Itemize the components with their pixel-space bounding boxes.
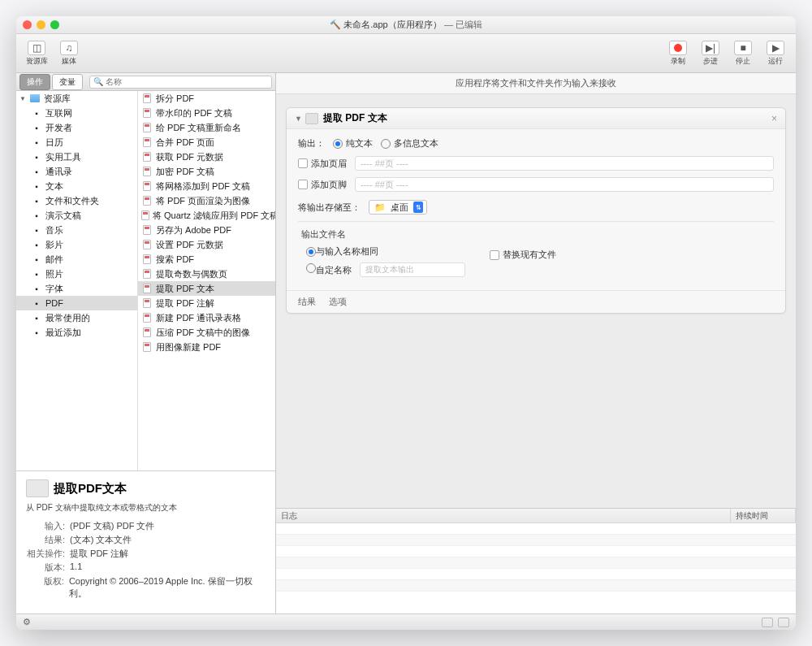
library-root[interactable]: ▼资源库 [16,91,137,106]
radio-same-as-input[interactable]: 与输入名称相同 [306,245,378,258]
action-item[interactable]: 将 PDF 页面渲染为图像 [138,193,275,208]
chevron-down-icon: ▼ [19,95,26,102]
step-button[interactable]: ▶|步进 [697,40,724,67]
action-item[interactable]: 带水印的 PDF 文稿 [138,106,275,120]
library-item[interactable]: ▪开发者 [16,120,137,135]
category-icon: ▪ [31,268,42,280]
library-item[interactable]: ▪PDF [16,296,137,310]
library-button[interactable]: ◫资源库 [23,40,50,67]
gear-icon[interactable]: ⚙ [23,617,31,627]
radio-icon [306,263,316,273]
library-item[interactable]: ▪文件和文件夹 [16,193,137,208]
action-item[interactable]: 设置 PDF 元数据 [138,237,275,252]
library-item[interactable]: ▪互联网 [16,106,137,120]
log-column-message[interactable]: 日志 [276,509,731,522]
library-list[interactable]: ▼资源库▪互联网▪开发者▪日历▪实用工具▪通讯录▪文本▪文件和文件夹▪演示文稿▪… [16,91,138,470]
step-button-icon: ▶| [702,41,719,55]
checkbox-replace-existing[interactable]: 替换现有文件 [490,249,556,261]
actions-list[interactable]: 拆分 PDF带水印的 PDF 文稿给 PDF 文稿重新命名合并 PDF 页面获取… [138,91,275,470]
disclosure-icon[interactable]: ▼ [295,115,302,123]
category-icon: ▪ [31,122,42,133]
category-icon: ▪ [31,254,42,265]
save-location-select[interactable]: 📁 桌面 ⇅ [369,200,427,215]
search-icon: 🔍 [93,77,103,86]
category-icon: ▪ [31,166,42,177]
titlebar: 🔨 未命名.app（应用程序） — 已编辑 [16,16,796,34]
radio-icon [333,139,343,149]
chevron-updown-icon: ⇅ [413,202,423,213]
action-item[interactable]: 将 Quartz 滤镜应用到 PDF 文稿 [138,208,275,223]
pdf-icon [141,297,153,309]
footer-text-input[interactable]: ---- ##页 ---- [355,177,774,192]
log-column-duration[interactable]: 持续时间 [731,509,796,522]
category-icon: ▪ [31,239,42,250]
action-item[interactable]: 拆分 PDF [138,91,275,106]
library-item[interactable]: ▪演示文稿 [16,208,137,223]
library-item[interactable]: ▪通讯录 [16,164,137,179]
view-mode-list-icon[interactable] [762,618,773,627]
pdf-icon [141,122,153,133]
action-item[interactable]: 提取 PDF 注解 [138,296,275,310]
library-item[interactable]: ▪音乐 [16,223,137,237]
checkbox-add-footer[interactable]: 添加页脚 [298,179,347,191]
tab-actions[interactable]: 操作 [19,74,50,90]
workflow-input-hint: 应用程序将文件和文件夹作为输入来接收 [276,73,796,94]
category-icon: ▪ [31,137,42,148]
remove-action-button[interactable]: × [771,113,777,124]
library-item[interactable]: ▪日历 [16,135,137,150]
library-item[interactable]: ▪邮件 [16,252,137,267]
library-item[interactable]: ▪最常使用的 [16,310,137,325]
action-item[interactable]: 提取奇数与偶数页 [138,267,275,281]
search-field[interactable]: 🔍 [89,76,272,89]
action-item[interactable]: 压缩 PDF 文稿中的图像 [138,325,275,340]
pdf-icon [141,151,153,163]
action-item[interactable]: 给 PDF 文稿重新命名 [138,120,275,135]
category-icon: ▪ [31,195,42,206]
record-button[interactable]: 录制 [664,40,692,67]
library-item[interactable]: ▪影片 [16,237,137,252]
action-item[interactable]: 新建 PDF 通讯录表格 [138,310,275,325]
category-icon: ▪ [31,107,42,119]
radio-custom-name[interactable]: 自定名称 [306,263,352,276]
action-item[interactable]: 获取 PDF 元数据 [138,150,275,164]
category-icon: ▪ [31,151,42,163]
library-item[interactable]: ▪照片 [16,267,137,281]
pdf-action-icon [305,113,318,124]
action-item[interactable]: 合并 PDF 页面 [138,135,275,150]
category-icon: ▪ [31,283,42,294]
custom-name-input[interactable]: 提取文本输出 [360,262,465,277]
pdf-icon [141,107,153,119]
pdf-icon [141,166,153,177]
action-item[interactable]: 提取 PDF 文本 [138,281,275,296]
log-pane: 日志 持续时间 [276,508,796,613]
radio-plain-text[interactable]: 纯文本 [333,137,373,150]
workflow-pane: 应用程序将文件和文件夹作为输入来接收 ▼ 提取 PDF 文本 × 输出： 纯文本… [276,73,796,613]
action-item[interactable]: 加密 PDF 文稿 [138,164,275,179]
run-button-icon: ▶ [767,41,784,55]
radio-rich-text[interactable]: 多信息文本 [381,137,438,150]
pdf-icon [141,327,153,338]
tab-results[interactable]: 结果 [298,296,316,308]
view-mode-flow-icon[interactable] [778,618,789,627]
action-item[interactable]: 搜索 PDF [138,252,275,267]
stop-button[interactable]: ■停止 [729,40,757,67]
info-row: 版本:1.1 [26,561,266,574]
library-item[interactable]: ▪最近添加 [16,325,137,340]
action-item[interactable]: 用图像新建 PDF [138,340,275,354]
radio-icon [306,247,316,257]
action-item[interactable]: 将网格添加到 PDF 文稿 [138,179,275,193]
category-icon: ▪ [31,224,42,236]
pdf-icon [141,312,153,323]
media-button[interactable]: ♫媒体 [55,40,83,67]
tab-variables[interactable]: 变量 [52,74,83,90]
checkbox-add-header[interactable]: 添加页眉 [298,158,347,170]
header-text-input[interactable]: ---- ##页 ---- [355,156,774,171]
tab-options[interactable]: 选项 [329,296,347,308]
library-item[interactable]: ▪字体 [16,281,137,296]
search-input[interactable] [103,77,268,86]
run-button[interactable]: ▶运行 [762,40,789,67]
library-item[interactable]: ▪文本 [16,179,137,193]
library-item[interactable]: ▪实用工具 [16,150,137,164]
action-item[interactable]: 另存为 Adobe PDF [138,223,275,237]
category-icon: ▪ [31,327,42,338]
